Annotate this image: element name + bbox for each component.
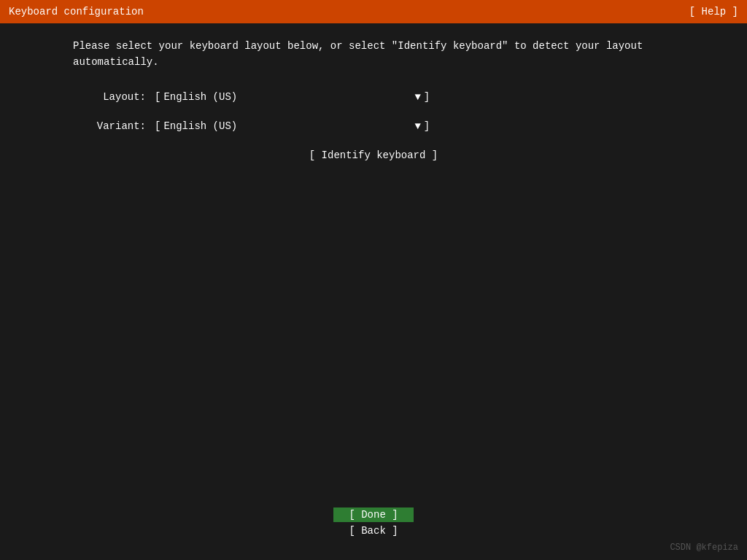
variant-value: English (US) [163,120,411,132]
main-content: Please select your keyboard layout below… [0,23,747,183]
layout-arrow: ▼ [414,91,420,103]
description: Please select your keyboard layout below… [73,38,674,71]
layout-bracket-close: ] [424,91,430,103]
done-button[interactable]: [ Done ] [333,508,414,522]
variant-arrow: ▼ [414,120,420,132]
description-line2: automatically. [73,56,159,68]
variant-select[interactable]: [ English (US) ▼ ] [155,120,430,132]
identify-keyboard-button[interactable]: [ Identify keyboard ] [309,149,438,161]
layout-select[interactable]: [ English (US) ▼ ] [155,91,430,103]
help-button[interactable]: [ Help ] [689,6,738,18]
bottom-buttons: [ Done ] [ Back ] [333,508,414,538]
titlebar-title: Keyboard configuration [9,6,144,18]
variant-bracket-close: ] [424,120,430,132]
layout-row: Layout: [ English (US) ▼ ] [73,91,674,103]
layout-bracket-open: [ [155,91,160,103]
titlebar: Keyboard configuration [ Help ] [0,0,747,23]
layout-label: Layout: [73,91,146,103]
watermark: CSDN @kfepiza [670,542,738,553]
variant-bracket-open: [ [155,120,160,132]
variant-row: Variant: [ English (US) ▼ ] [73,120,674,132]
back-button[interactable]: [ Back ] [333,524,414,538]
identify-button-row: [ Identify keyboard ] [73,149,674,161]
variant-label: Variant: [73,120,146,132]
layout-value: English (US) [163,91,411,103]
description-line1: Please select your keyboard layout below… [73,40,643,52]
